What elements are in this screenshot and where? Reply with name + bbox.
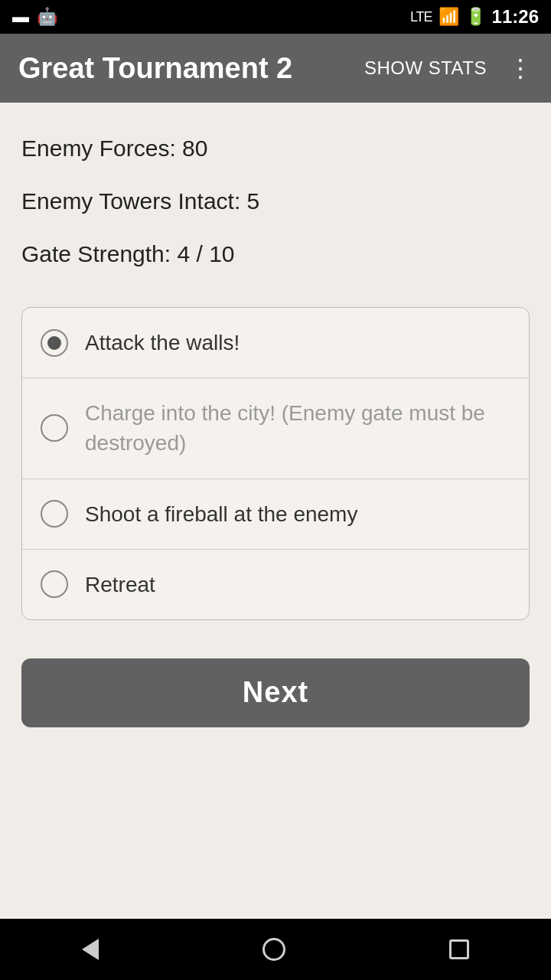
android-icon: 🤖: [37, 7, 57, 27]
option-fireball[interactable]: Shoot a fireball at the enemy: [22, 479, 529, 550]
back-button[interactable]: [59, 931, 122, 968]
status-bar-left: ▬ 🤖: [12, 7, 57, 27]
back-icon: [82, 939, 99, 960]
option-label-attack-walls: Attack the walls!: [85, 328, 240, 358]
enemy-towers-stat: Enemy Towers Intact: 5: [21, 186, 530, 216]
radio-attack-walls: [41, 329, 68, 357]
radio-charge-city: [41, 414, 68, 442]
radio-inner-attack-walls: [47, 336, 61, 350]
nav-bar: [0, 919, 551, 980]
option-label-charge-city: Charge into the city! (Enemy gate must b…: [85, 398, 510, 458]
app-bar-actions: SHOW STATS ⋮: [364, 56, 533, 80]
radio-fireball: [41, 500, 68, 528]
next-button[interactable]: Next: [21, 658, 530, 727]
status-time: 11:26: [492, 6, 539, 28]
option-retreat[interactable]: Retreat: [22, 550, 529, 619]
radio-retreat: [41, 570, 68, 598]
option-charge-city[interactable]: Charge into the city! (Enemy gate must b…: [22, 378, 529, 479]
show-stats-button[interactable]: SHOW STATS: [364, 57, 487, 79]
status-bar: ▬ 🤖 LTE 📶 🔋 11:26: [0, 0, 551, 34]
signal-icon: 📶: [439, 7, 459, 27]
battery-icon: 🔋: [465, 7, 486, 27]
app-bar: Great Tournament 2 SHOW STATS ⋮: [0, 34, 551, 103]
more-options-button[interactable]: ⋮: [508, 56, 533, 80]
enemy-forces-stat: Enemy Forces: 80: [21, 133, 530, 163]
options-card: Attack the walls! Charge into the city! …: [21, 307, 530, 620]
recents-button[interactable]: [426, 932, 492, 967]
main-content: Enemy Forces: 80 Enemy Towers Intact: 5 …: [0, 103, 551, 919]
app-title: Great Tournament 2: [18, 52, 364, 85]
sim-icon: ▬: [12, 7, 29, 27]
option-attack-walls[interactable]: Attack the walls!: [22, 308, 529, 378]
recents-icon: [449, 939, 469, 959]
option-label-fireball: Shoot a fireball at the enemy: [85, 499, 357, 529]
gate-strength-stat: Gate Strength: 4 / 10: [21, 239, 530, 269]
home-button[interactable]: [240, 930, 308, 969]
status-bar-right: LTE 📶 🔋 11:26: [410, 6, 539, 28]
option-label-retreat: Retreat: [85, 570, 155, 599]
lte-icon: LTE: [410, 9, 432, 25]
home-icon: [262, 938, 285, 961]
